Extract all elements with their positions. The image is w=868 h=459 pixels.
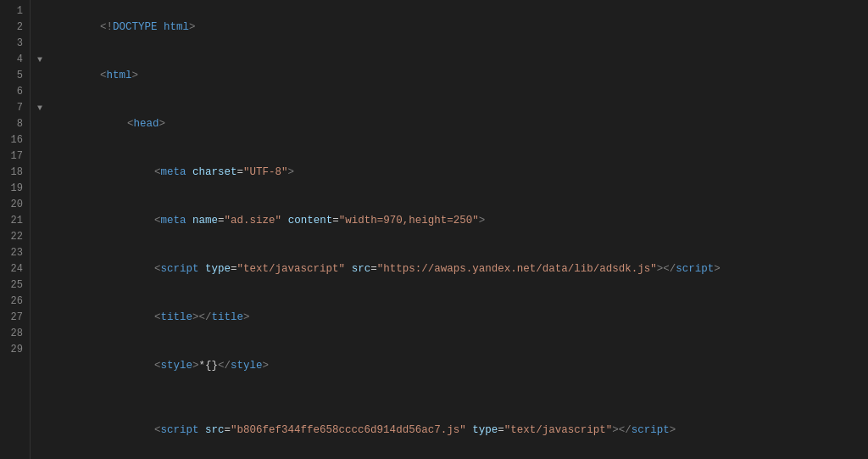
code-editor: 1 2 3 4 5 6 7 8 16 17 18 19 20 21 22 23 … xyxy=(0,0,868,459)
code-line-3: ▼ <head> xyxy=(31,100,868,148)
ln-28: 28 xyxy=(3,326,23,342)
fold-arrow-1[interactable] xyxy=(37,3,47,20)
ln-7: 7 xyxy=(3,100,23,116)
ln-18: 18 xyxy=(3,165,23,181)
code-line-5: <meta name="ad.size" content="width=970,… xyxy=(31,197,868,245)
tag-close: > xyxy=(189,21,196,33)
line-3-content: <head> xyxy=(49,100,861,148)
tag-open-2: < xyxy=(100,70,107,81)
code-content-area[interactable]: <!DOCTYPE html> ▼ <html> ▼ <head> <meta … xyxy=(31,0,868,459)
ln-19: 19 xyxy=(3,181,23,197)
ln-27: 27 xyxy=(3,310,23,326)
ln-29: 29 xyxy=(3,342,23,358)
ln-8: 8 xyxy=(3,116,23,132)
ln-25: 25 xyxy=(3,277,23,294)
ln-26: 26 xyxy=(3,294,23,310)
ln-5: 5 xyxy=(3,68,23,84)
ln-2: 2 xyxy=(3,20,23,36)
ln-21: 21 xyxy=(3,213,23,229)
ln-6: 6 xyxy=(3,84,23,100)
fold-arrow-2[interactable]: ▼ xyxy=(37,52,47,68)
ln-24: 24 xyxy=(3,261,23,277)
code-line-7: <title></title> xyxy=(31,294,868,342)
ln-17: 17 xyxy=(3,148,23,165)
line-numbers: 1 2 3 4 5 6 7 8 16 17 18 19 20 21 22 23 … xyxy=(0,0,31,459)
ln-3: 3 xyxy=(3,36,23,52)
code-line-17: <script src="b806fef344ffe658cccc6d914dd… xyxy=(31,406,868,455)
doctype-text: DOCTYPE html xyxy=(113,21,189,33)
ln-22: 22 xyxy=(3,229,23,245)
ln-20: 20 xyxy=(3,197,23,213)
code-line-16 xyxy=(31,390,868,406)
fold-arrow-3[interactable]: ▼ xyxy=(37,100,47,116)
code-line-18: ▼ <script type="text/javascript"> xyxy=(31,455,868,459)
code-line-4: <meta charset="UTF-8"> xyxy=(31,148,868,197)
ln-23: 23 xyxy=(3,245,23,261)
ln-16: 16 xyxy=(3,132,23,148)
code-line-6: <script type="text/javascript" src="http… xyxy=(31,245,868,294)
ln-1: 1 xyxy=(3,3,23,20)
code-line-1: <!DOCTYPE html> xyxy=(31,3,868,52)
html-tag: html xyxy=(107,70,132,81)
code-line-8: <style>*{}</style> xyxy=(31,342,868,390)
ln-4: 4 xyxy=(3,52,23,68)
tag-open: <! xyxy=(100,21,113,33)
line-1-content: <!DOCTYPE html> xyxy=(49,3,861,52)
code-line-2: ▼ <html> xyxy=(31,52,868,100)
line-2-content: <html> xyxy=(49,52,861,100)
tag-close-2: > xyxy=(132,70,139,81)
